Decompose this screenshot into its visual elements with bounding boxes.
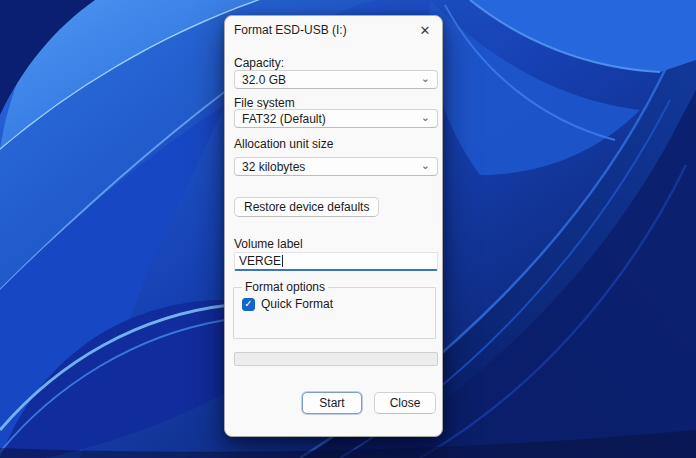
capacity-label: Capacity: [234, 56, 284, 70]
quick-format-label: Quick Format [261, 297, 333, 311]
allocation-unit-label: Allocation unit size [234, 137, 333, 151]
allocation-unit-value: 32 kilobytes [242, 160, 305, 174]
quick-format-checkbox[interactable]: ✓ [242, 298, 255, 311]
format-options-legend: Format options [242, 280, 328, 294]
allocation-unit-combobox[interactable]: 32 kilobytes ⌄ [234, 157, 438, 176]
start-button[interactable]: Start [302, 392, 362, 414]
format-options-group: Format options ✓ Quick Format [233, 280, 436, 339]
capacity-combobox[interactable]: 32.0 GB ⌄ [234, 70, 438, 89]
chevron-down-icon: ⌄ [421, 73, 430, 83]
restore-defaults-button[interactable]: Restore device defaults [234, 197, 379, 217]
file-system-value: FAT32 (Default) [242, 112, 326, 126]
volume-label-value: VERGE [239, 254, 281, 268]
quick-format-row: ✓ Quick Format [242, 297, 427, 311]
close-button[interactable]: Close [374, 392, 436, 414]
chevron-down-icon: ⌄ [421, 160, 430, 170]
checkmark-icon: ✓ [244, 299, 252, 309]
volume-label: Volume label [234, 237, 303, 251]
file-system-combobox[interactable]: FAT32 (Default) ⌄ [234, 109, 438, 128]
format-dialog: Format ESD-USB (I:) ✕ Capacity: 32.0 GB … [224, 15, 443, 437]
close-icon[interactable]: ✕ [416, 21, 434, 39]
file-system-label: File system [234, 96, 295, 110]
text-caret [282, 255, 283, 267]
chevron-down-icon: ⌄ [421, 112, 430, 122]
capacity-value: 32.0 GB [242, 73, 286, 87]
format-progress-bar [234, 352, 438, 366]
volume-label-input[interactable]: VERGE [234, 252, 438, 271]
dialog-title: Format ESD-USB (I:) [234, 23, 347, 37]
